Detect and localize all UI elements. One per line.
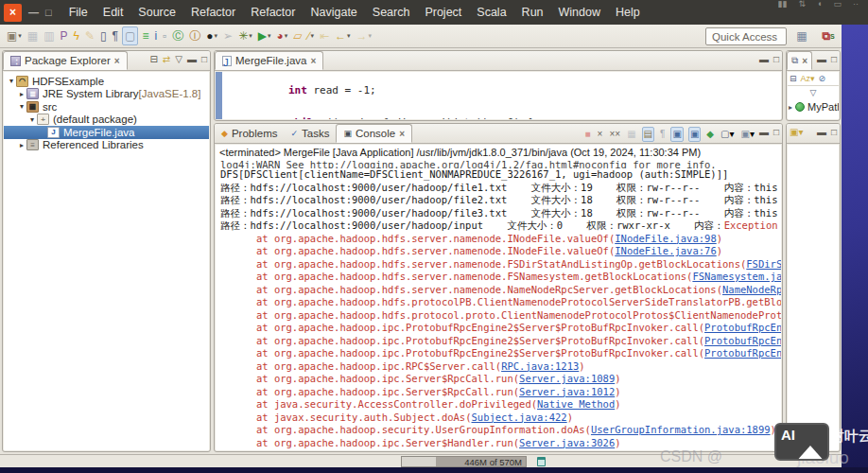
close-editor-icon[interactable]: × [310, 56, 316, 66]
stack-trace-link[interactable]: UserGroupInformation.java:1899 [591, 424, 771, 435]
search-button[interactable]: ∕▾ [306, 26, 317, 45]
menu-refactor-3[interactable]: Refactor [183, 0, 243, 25]
menu-help-11[interactable]: Help [608, 0, 648, 25]
maximize-window-button[interactable]: □ [45, 7, 52, 18]
close-view-icon[interactable]: × [114, 56, 120, 66]
format-button[interactable]: ≡ [140, 26, 150, 45]
sound-icon[interactable]: ◖ [817, 0, 822, 9]
new-wizard-button[interactable]: ▣▾ [5, 26, 24, 45]
back-button-dropdown-icon[interactable]: ▾ [347, 32, 351, 40]
console-output[interactable]: log4j:WARN See http://logging.apache.org… [216, 161, 781, 450]
expand-arrow-icon[interactable]: ▾ [27, 115, 37, 124]
new-wizard-button-dropdown-icon[interactable]: ▾ [18, 32, 22, 40]
record-button-dropdown-icon[interactable]: ▾ [215, 32, 218, 40]
expand-arrow-icon[interactable]: ▸ [17, 141, 26, 149]
stack-trace-link[interactable]: Server.java:1012 [519, 386, 615, 397]
back-button[interactable]: ←▾ [333, 26, 353, 45]
stack-trace-link[interactable]: FSDirStatAndListingOp.java:156 [746, 258, 781, 270]
save-button[interactable]: ▦ [26, 26, 40, 45]
tab-package-explorer[interactable]: ⋮ Package Explorer × [3, 51, 128, 70]
stack-trace-link[interactable]: ProtobufRpcEngine2.java:621 [704, 322, 781, 333]
mark-occurrences-button[interactable]: ▢ [122, 26, 138, 45]
outline-hide-icon[interactable]: ⊘ [819, 74, 826, 83]
quick-access-input[interactable] [705, 27, 787, 45]
close-outline-icon[interactable]: × [802, 56, 807, 66]
expand-arrow-icon[interactable]: ▾ [17, 102, 26, 111]
network-icon[interactable]: ⇅ [799, 0, 807, 9]
search-button-dropdown-icon[interactable]: ▾ [311, 32, 315, 40]
outline-item-mypathfilter[interactable]: ▸ MyPathFi [788, 99, 839, 114]
menu-navigate-5[interactable]: Navigate [303, 0, 364, 25]
open-resource-button[interactable]: ▱ [291, 26, 304, 45]
open-console-button[interactable]: ▣▾ [740, 128, 755, 141]
stack-trace-link[interactable]: Subject.java:422 [472, 412, 567, 423]
word-wrap-button[interactable]: ¶ [659, 128, 666, 141]
tab-outline[interactable]: ⧉ × [787, 51, 812, 70]
minimize-panel-button[interactable]: ▬ [817, 127, 826, 137]
display-console-button-dropdown-icon[interactable]: ▾ [729, 129, 734, 139]
resource-perspective-icon[interactable]: ▦ [792, 26, 811, 45]
heap-status-widget[interactable]: 446M of 570M [401, 456, 527, 467]
maximize-view-button[interactable]: □ [201, 54, 207, 64]
forward-button-dropdown-icon[interactable]: ▾ [369, 32, 373, 40]
save-all-button[interactable]: ▥ [42, 26, 56, 45]
menu-window-10[interactable]: Window [551, 0, 608, 25]
garbage-collect-button[interactable] [537, 457, 546, 466]
run-scala-button[interactable]: ϟ [72, 26, 81, 45]
maximize-editor-button[interactable]: □ [773, 54, 779, 64]
menu-file-0[interactable]: File [61, 0, 95, 25]
remove-all-launches-button[interactable]: ×× [608, 128, 621, 141]
maximize-outline-button[interactable]: □ [831, 54, 837, 64]
menu-run-9[interactable]: Run [514, 0, 551, 25]
expand-arrow-icon[interactable]: ▸ [789, 103, 792, 112]
menu-refactor-4[interactable]: Refactor [243, 0, 303, 25]
outline-collapse-icon[interactable]: ⊟ [790, 74, 797, 83]
coverage-button-dropdown-icon[interactable]: ▾ [285, 32, 288, 40]
tree-item-hdfsexample[interactable]: ▾◠HDFSExample [4, 75, 209, 88]
scala-perspective-icon[interactable]: ⧉S [819, 26, 838, 45]
new-java-interface-button[interactable]: Ⓘ [187, 26, 202, 45]
menu-scala-8[interactable]: Scala [469, 0, 513, 25]
menu-source-2[interactable]: Source [130, 0, 183, 25]
menu-edit-1[interactable]: Edit [95, 0, 131, 25]
toggle-breakpoint-button[interactable]: ▯ [98, 26, 109, 45]
expand-arrow-icon[interactable]: ▾ [7, 77, 16, 85]
info-button[interactable]: i [152, 26, 159, 45]
outline-sort-icon[interactable]: Az▾ [801, 74, 815, 83]
maximize-panel-button[interactable]: □ [831, 127, 837, 137]
expand-arrow-icon[interactable]: ▸ [17, 90, 26, 98]
stack-trace-link[interactable]: FSNamesystem.java:2124 [692, 271, 781, 282]
clear-console-button[interactable]: ▦ [626, 128, 636, 141]
minimize-window-button[interactable]: — [28, 7, 39, 18]
outline-view-menu-icon[interactable]: ▽ [810, 88, 817, 97]
new-item-button[interactable]: ▣▾ [790, 127, 803, 137]
coverage-button[interactable]: ◕▾ [275, 26, 290, 45]
tree-item-default-package[interactable]: ▾+(default package) [4, 114, 209, 127]
close-console-icon[interactable]: × [399, 129, 405, 139]
stack-trace-link[interactable]: NameNodeRpcServer.java:769 [722, 284, 781, 295]
stack-trace-link[interactable]: ProtobufRpcEngine2.java:589 [704, 335, 781, 346]
run-button[interactable]: ▶▾ [256, 26, 273, 45]
menu-search-6[interactable]: Search [365, 0, 418, 25]
tree-item-src[interactable]: ▾▦src [4, 100, 209, 114]
record-button[interactable]: ●▾ [204, 26, 219, 45]
tree-item-jre[interactable]: ▸≣JRE System Library [JavaSE-1.8] [4, 88, 209, 101]
run-button-dropdown-icon[interactable]: ▾ [268, 32, 271, 40]
external-tools-button[interactable]: ✳▾ [236, 26, 254, 45]
tree-item-mergefile[interactable]: JMergeFile.java [4, 126, 209, 139]
display-console-button[interactable]: ▢▾ [720, 128, 735, 141]
forward-button[interactable]: →▾ [355, 26, 374, 45]
external-tools-button-dropdown-icon[interactable]: ▾ [249, 32, 252, 40]
stack-trace-link[interactable]: Server.java:1089 [519, 373, 615, 384]
menu-project-7[interactable]: Project [417, 0, 469, 25]
show-stdout-button[interactable]: ▣ [670, 127, 683, 142]
terminate-button[interactable]: ■ [584, 128, 592, 141]
open-console-button-dropdown-icon[interactable]: ▾ [750, 129, 755, 139]
editor-content[interactable]: int read = -1; while ((read = fsdis.read… [216, 72, 781, 119]
scroll-lock-button[interactable]: ▤ [642, 127, 654, 142]
keyboard-indicator-icon[interactable]: ▮▮ [778, 0, 788, 9]
minimize-view-button[interactable]: ▬ [187, 54, 197, 64]
stack-trace-link[interactable]: Server.java:3026 [519, 437, 615, 448]
stack-trace-link[interactable]: Native Method [537, 398, 615, 410]
minimize-console-button[interactable]: ▬ [759, 127, 769, 137]
